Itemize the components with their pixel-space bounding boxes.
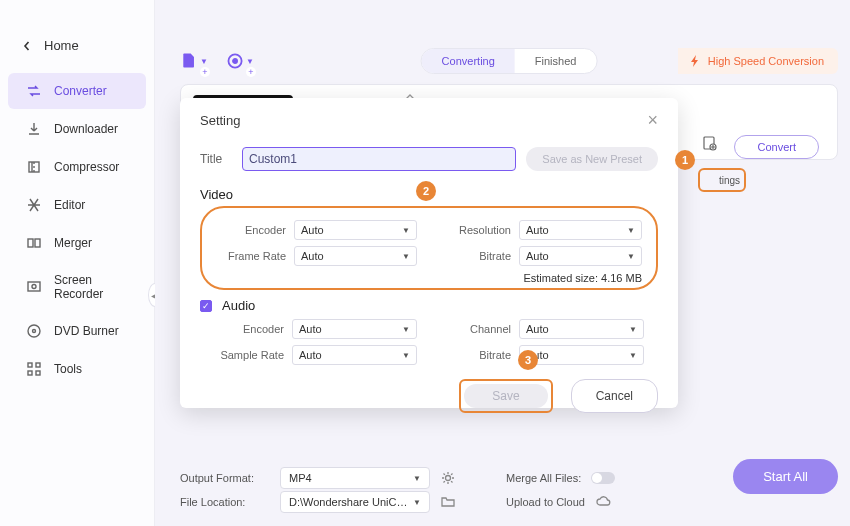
sidebar-item-label: Converter	[54, 84, 107, 98]
sidebar-item-downloader[interactable]: Downloader	[8, 111, 146, 147]
chevron-down-icon: ▼	[246, 57, 254, 66]
home-label: Home	[44, 38, 79, 53]
converter-icon	[26, 83, 42, 99]
plus-icon: +	[200, 67, 210, 77]
audio-checkbox[interactable]: ✓	[200, 300, 212, 312]
annotation-2: 2	[416, 181, 436, 201]
sidebar-item-label: Merger	[54, 236, 92, 250]
editor-icon	[26, 197, 42, 213]
bottombar: Output Format: MP4▼ Merge All Files: Fil…	[180, 466, 838, 514]
svg-point-12	[28, 325, 40, 337]
tab-converting[interactable]: Converting	[422, 49, 515, 73]
tools-icon	[26, 361, 42, 377]
title-input[interactable]	[242, 147, 516, 171]
svg-point-19	[233, 59, 237, 63]
downloader-icon	[26, 121, 42, 137]
back-home[interactable]: Home	[0, 30, 154, 71]
samplerate-label: Sample Rate	[214, 349, 284, 361]
output-settings[interactable]	[701, 135, 717, 151]
video-framerate-select[interactable]: Auto▼	[294, 246, 417, 266]
settings-dialog: Setting × Title Save as New Preset Video…	[180, 98, 678, 408]
sidebar: Home Converter Downloader Compressor Edi…	[0, 0, 155, 526]
file-location-select[interactable]: D:\Wondershare UniConverter 1▼	[280, 491, 430, 513]
dialog-title: Setting	[200, 113, 240, 128]
video-resolution-select[interactable]: Auto▼	[519, 220, 642, 240]
add-dvd-button[interactable]: + ▼	[226, 47, 254, 75]
svg-rect-8	[28, 239, 33, 247]
output-format-label: Output Format:	[180, 472, 270, 484]
cancel-button[interactable]: Cancel	[571, 379, 658, 413]
sidebar-item-label: Editor	[54, 198, 85, 212]
audio-bitrate-label: Bitrate	[441, 349, 511, 361]
close-icon[interactable]: ×	[647, 110, 658, 131]
convert-button[interactable]: Convert	[734, 135, 819, 159]
sidebar-item-label: DVD Burner	[54, 324, 119, 338]
svg-rect-17	[36, 371, 40, 375]
screenrecorder-icon	[26, 279, 42, 295]
resolution-label: Resolution	[441, 224, 511, 236]
tab-finished[interactable]: Finished	[515, 49, 597, 73]
merge-switch[interactable]	[591, 472, 615, 484]
encoder-label: Encoder	[216, 224, 286, 236]
output-format-select[interactable]: MP4▼	[280, 467, 430, 489]
estimated-size: Estimated size: 4.16 MB	[216, 272, 642, 284]
dvdburner-icon	[26, 323, 42, 339]
svg-rect-16	[28, 371, 32, 375]
svg-point-13	[33, 330, 36, 333]
channel-label: Channel	[441, 323, 511, 335]
audio-heading: Audio	[222, 298, 255, 313]
sidebar-item-screenrecorder[interactable]: Screen Recorder	[8, 263, 146, 311]
toolbar: + ▼ + ▼ Converting Finished High Speed C…	[180, 45, 838, 77]
audio-encoder-select[interactable]: Auto▼	[292, 319, 417, 339]
svg-rect-9	[35, 239, 40, 247]
merge-label: Merge All Files:	[506, 472, 581, 484]
annotation-1: 1	[675, 150, 695, 170]
add-file-button[interactable]: + ▼	[180, 47, 208, 75]
sidebar-item-label: Tools	[54, 362, 82, 376]
save-button[interactable]: Save	[464, 384, 547, 408]
audio-channel-select[interactable]: Auto▼	[519, 319, 644, 339]
start-all-button[interactable]: Start All	[733, 459, 838, 494]
framerate-label: Frame Rate	[216, 250, 286, 262]
high-speed-label: High Speed Conversion	[708, 55, 824, 67]
sidebar-item-label: Compressor	[54, 160, 119, 174]
file-location-label: File Location:	[180, 496, 270, 508]
bitrate-label: Bitrate	[441, 250, 511, 262]
folder-icon[interactable]	[440, 494, 456, 510]
svg-rect-14	[28, 363, 32, 367]
chevron-down-icon: ▼	[200, 57, 208, 66]
sidebar-item-compressor[interactable]: Compressor	[8, 149, 146, 185]
sidebar-item-editor[interactable]: Editor	[8, 187, 146, 223]
audio-samplerate-select[interactable]: Auto▼	[292, 345, 417, 365]
upload-cloud-label: Upload to Cloud	[506, 496, 585, 508]
svg-point-11	[32, 285, 36, 289]
sidebar-item-converter[interactable]: Converter	[8, 73, 146, 109]
svg-point-22	[446, 476, 451, 481]
video-bitrate-select[interactable]: Auto▼	[519, 246, 642, 266]
save-highlight: Save	[459, 379, 552, 413]
compressor-icon	[26, 159, 42, 175]
sidebar-item-merger[interactable]: Merger	[8, 225, 146, 261]
sidebar-item-label: Downloader	[54, 122, 118, 136]
cloud-icon[interactable]	[595, 494, 611, 510]
audio-encoder-label: Encoder	[214, 323, 284, 335]
gear-icon[interactable]	[440, 470, 456, 486]
sidebar-item-label: Screen Recorder	[54, 273, 128, 301]
annotation-3: 3	[518, 350, 538, 370]
merger-icon	[26, 235, 42, 251]
sidebar-item-tools[interactable]: Tools	[8, 351, 146, 387]
settings-highlight: tings	[698, 168, 746, 192]
video-settings-highlight: Encoder Auto▼ Resolution Auto▼ Frame Rat…	[200, 206, 658, 290]
plus-icon: +	[246, 67, 256, 77]
save-preset-button[interactable]: Save as New Preset	[526, 147, 658, 171]
high-speed-toggle[interactable]: High Speed Conversion	[678, 48, 838, 74]
video-encoder-select[interactable]: Auto▼	[294, 220, 417, 240]
title-label: Title	[200, 152, 232, 166]
svg-rect-10	[28, 282, 40, 291]
tab-switcher: Converting Finished	[421, 48, 598, 74]
svg-rect-15	[36, 363, 40, 367]
sidebar-item-dvdburner[interactable]: DVD Burner	[8, 313, 146, 349]
